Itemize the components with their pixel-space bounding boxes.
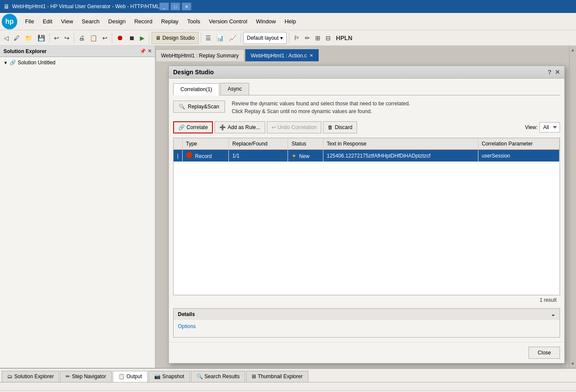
correlate-btn[interactable]: 🔗 Correlate	[173, 121, 213, 133]
chevron-down-icon: ▾	[280, 35, 283, 41]
snapshot-tab-label: Snapshot	[162, 373, 184, 379]
search-results-icon: 🔍	[196, 373, 203, 379]
table-body: | Record 1/1 ✦ New	[174, 150, 560, 162]
table-row[interactable]: | Record 1/1 ✦ New	[174, 150, 560, 162]
view-control: View: All	[525, 122, 560, 133]
menu-file[interactable]: File	[21, 16, 38, 27]
dialog-close-btn[interactable]: Close	[529, 347, 560, 359]
details-expand-icon: ⌄	[551, 311, 555, 317]
tb-pen-btn[interactable]: ✏	[303, 32, 312, 44]
col-replace: Replace/Found	[228, 138, 288, 150]
tb-btn14[interactable]: 📊	[214, 32, 226, 44]
right-scrollbar[interactable]: ▲ ▼	[569, 46, 576, 368]
correlation-table: Type Replace/Found Status Text in Respon…	[173, 138, 560, 295]
menu-window[interactable]: Window	[252, 16, 280, 27]
replay-scan-btn[interactable]: 🔍 Replay&Scan	[173, 101, 225, 113]
content-area: WebHttpHtml1 : Replay Summary WebHttpHtm…	[155, 46, 569, 368]
details-section: Details ⌄ Options	[173, 308, 560, 338]
thumbnail-explorer-tab-label: Thumbnail Explorer	[258, 373, 303, 379]
dialog-title-controls: ? ✕	[548, 69, 560, 76]
design-studio-label: Design Studio	[162, 35, 195, 41]
details-header[interactable]: Details ⌄	[174, 309, 560, 320]
sidebar-close-icon[interactable]: ✕	[148, 48, 152, 54]
window-title: WebHttpHtml1 - HP Virtual User Generator…	[12, 3, 159, 9]
menu-design[interactable]: Design	[104, 16, 130, 27]
tb-btn9[interactable]: ↩	[100, 32, 110, 44]
tb-record-btn[interactable]: ⏺	[114, 32, 126, 44]
menu-record[interactable]: Record	[130, 16, 157, 27]
tab-async[interactable]: Async	[220, 83, 249, 95]
undo-correlation-btn[interactable]: ↩ Undo Correlation	[267, 121, 322, 133]
tb-btn4[interactable]: 💾	[35, 32, 47, 44]
tab-step-navigator[interactable]: ✏ Step Navigator	[60, 371, 111, 382]
menu-help[interactable]: Help	[280, 16, 301, 27]
menu-version-control[interactable]: Version Control	[205, 16, 252, 27]
tab-close-icon[interactable]: ✕	[310, 53, 313, 58]
row-type: Record	[182, 150, 228, 162]
tab-search-results[interactable]: 🔍 Search Results	[191, 371, 245, 382]
tab-snapshot[interactable]: 📷 Snapshot	[149, 371, 190, 382]
dialog-tabs: Correlation(1) Async	[173, 83, 560, 95]
tab-correlation[interactable]: Correlation(1)	[173, 83, 219, 95]
search-results-tab-label: Search Results	[205, 373, 240, 379]
menu-search[interactable]: Search	[77, 16, 104, 27]
pin-icon[interactable]: 📌	[140, 48, 146, 54]
menu-replay[interactable]: Replay	[157, 16, 183, 27]
tb-back-btn[interactable]: ◁	[2, 32, 11, 44]
hpln-btn[interactable]: HPLN	[334, 32, 354, 44]
result-count: 1 result	[173, 295, 560, 305]
dialog-footer: Close	[169, 342, 564, 363]
scroll-down-icon[interactable]: ▼	[571, 361, 575, 366]
output-icon: 📋	[118, 373, 125, 379]
options-link[interactable]: Options	[178, 323, 196, 329]
tb-layout-btn[interactable]: ⊟	[323, 32, 333, 44]
menu-view[interactable]: View	[57, 16, 77, 27]
view-select[interactable]: All	[539, 122, 560, 133]
maximize-btn[interactable]: □	[171, 3, 180, 10]
dialog-help-icon[interactable]: ?	[548, 69, 551, 76]
tb-btn15[interactable]: 📈	[227, 32, 238, 44]
tb-undo-btn[interactable]: ↩	[52, 32, 61, 44]
tab-output[interactable]: 📋 Output	[113, 371, 148, 382]
tb-btn3[interactable]: 📁	[23, 32, 35, 44]
row-check: |	[174, 150, 182, 162]
tab-replay-summary[interactable]: WebHttpHtml1 : Replay Summary	[155, 49, 244, 61]
tab-thumbnail-explorer[interactable]: ⊞ Thumbnail Explorer	[246, 371, 308, 382]
close-btn[interactable]: ✕	[182, 3, 191, 10]
hp-logo: hp	[2, 14, 17, 29]
tb-btn8[interactable]: 📋	[88, 32, 99, 44]
row-text: 125406.12272175ztfAfHHptDHfDiHADptztzcf	[323, 150, 478, 162]
tab-action[interactable]: WebHttpHtml1 : Action.c ✕	[245, 49, 319, 61]
tab-bar: WebHttpHtml1 : Replay Summary WebHttpHtm…	[155, 46, 569, 61]
record-type-icon	[186, 152, 192, 158]
menu-edit[interactable]: Edit	[38, 16, 57, 27]
col-type: Type	[182, 138, 228, 150]
tree-collapse-icon[interactable]: ▼	[3, 60, 8, 65]
details-title: Details	[178, 311, 195, 317]
design-studio-btn[interactable]: 🖥 Design Studio	[152, 32, 199, 44]
tb-grid-btn[interactable]: ⊞	[313, 32, 323, 44]
add-rule-icon: ➕	[219, 124, 226, 130]
tb-bookmark-btn[interactable]: 🏳	[291, 32, 302, 44]
solution-tree-root[interactable]: ▼ 🔗 Solution Untitled	[2, 59, 153, 66]
menu-tools[interactable]: Tools	[183, 16, 204, 27]
scroll-up-icon[interactable]: ▲	[571, 47, 575, 52]
tb-btn7[interactable]: 🖨	[76, 32, 87, 44]
tb-btn13[interactable]: ☰	[203, 32, 213, 44]
dialog-close-icon[interactable]: ✕	[555, 69, 560, 76]
dialog-overlay: Design Studio ? ✕ Correlation(1) Asyn	[155, 61, 569, 368]
tb-btn11[interactable]: ⏹	[127, 32, 137, 44]
tab-solution-explorer[interactable]: 🗂 Solution Explorer	[2, 371, 59, 382]
output-tab-label: Output	[127, 373, 142, 379]
minimize-btn[interactable]: _	[159, 3, 169, 10]
tb-btn2[interactable]: 🖊	[12, 32, 22, 44]
tb-run-btn[interactable]: ▶	[138, 32, 147, 44]
solution-explorer-tab-icon: 🗂	[7, 373, 13, 379]
discard-btn[interactable]: 🗑 Discard	[323, 121, 357, 133]
details-body: Options	[174, 320, 560, 337]
add-as-rule-btn[interactable]: ➕ Add as Rule...	[215, 121, 265, 133]
tb-redo-btn[interactable]: ↪	[62, 32, 72, 44]
solution-explorer-header: Solution Explorer 📌 ✕	[0, 46, 155, 57]
dialog-title-bar: Design Studio ? ✕	[169, 66, 564, 79]
default-layout-btn[interactable]: Default layout ▾	[243, 32, 287, 44]
